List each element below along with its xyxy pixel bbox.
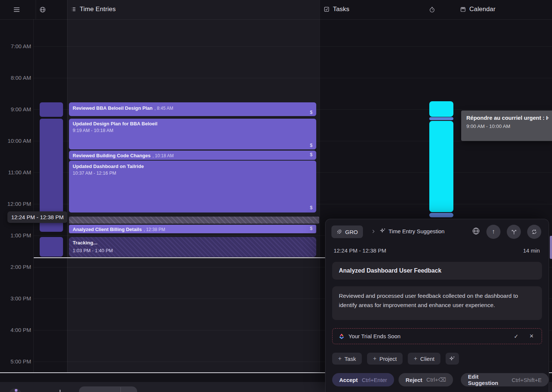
approve-suggestion-icon[interactable]: ✓ xyxy=(514,333,519,340)
hour-gridline xyxy=(33,46,552,47)
billable-icon: $ xyxy=(310,143,313,148)
suggestion-description-field[interactable]: Reviewed and processed user feedback col… xyxy=(332,286,542,320)
calendar-event-small[interactable] xyxy=(429,213,453,217)
reject-shortcut: Ctrl+⌫ xyxy=(426,376,446,383)
dismiss-suggestion-icon[interactable]: × xyxy=(529,332,533,340)
edit-suggestion-shortcut: Ctrl+Shift+E xyxy=(512,377,542,383)
suggestion-title-field[interactable]: Analyzed Dashboard User Feedback xyxy=(332,262,542,280)
calendar-event[interactable] xyxy=(429,101,453,117)
accept-button[interactable]: Accept Ctrl+Enter xyxy=(332,373,394,386)
entry-title: Analyzed Client Billing Details xyxy=(73,227,142,232)
time-entry-suggestion-panel: GRO Time Entry Suggestion ↑ 12:24 PM - 1… xyxy=(325,219,549,392)
current-time-indicator xyxy=(34,257,325,258)
time-entry[interactable]: Reviewed Building Code Changes, 10:18 AM… xyxy=(69,151,316,160)
suggestion-breadcrumb-title: Time Entry Suggestion xyxy=(389,228,444,234)
suggestion-duration: 14 min xyxy=(523,247,540,254)
suggestion-title-text: Analyzed Dashboard User Feedback xyxy=(339,267,442,274)
toolbar-tick xyxy=(60,390,60,392)
mini-time-block[interactable] xyxy=(40,102,63,117)
time-entry[interactable]: Updated Dashboard on Tailride 10:37 AM -… xyxy=(69,161,316,213)
split-branch-icon xyxy=(511,229,517,235)
entry-time: 9:19 AM - 10:18 AM xyxy=(73,128,313,133)
hour-label: 9:00 AM xyxy=(0,106,31,113)
time-entry[interactable]: Analyzed Client Billing Details, 12:38 P… xyxy=(69,225,316,233)
ai-sparkles-button[interactable] xyxy=(446,353,459,365)
split-entry-button[interactable] xyxy=(507,225,521,239)
time-entries-title: Time Entries xyxy=(80,6,116,13)
entry-title: Reviewed BBA Beloeil Design Plan xyxy=(73,105,153,111)
add-client-button[interactable]: + Client xyxy=(408,353,440,365)
chevron-right-icon xyxy=(371,228,376,235)
calendar-header: Calendar xyxy=(460,6,496,13)
tracking-entry[interactable]: Tracking... 1:03 PM - 1:40 PM xyxy=(69,237,316,257)
trial-banner-text: Your Trial Ends Soon xyxy=(348,333,400,339)
hour-gridline xyxy=(33,78,552,78)
reject-button[interactable]: Reject Ctrl+⌫ xyxy=(399,373,453,386)
edit-suggestion-button[interactable]: Edit Suggestion Ctrl+Shift+E xyxy=(461,373,549,386)
suggestion-time-range: 12:24 PM - 12:38 PM xyxy=(334,247,386,254)
globe-icon[interactable] xyxy=(472,227,480,235)
list-icon xyxy=(70,6,76,12)
accept-label: Accept xyxy=(339,377,358,383)
hour-label: 2:00 PM xyxy=(0,263,31,271)
plus-icon: + xyxy=(373,355,376,362)
mini-time-block[interactable] xyxy=(40,237,63,257)
clickup-icon xyxy=(338,333,345,340)
hour-label: 5:00 PM xyxy=(0,358,31,365)
edit-suggestion-label: Edit Suggestion xyxy=(468,373,508,386)
entry-time: 1:03 PM - 1:40 PM xyxy=(73,248,313,253)
up-arrow-icon: ↑ xyxy=(492,228,495,235)
time-entry[interactable]: Reviewed BBA Beloeil Design Plan, 8:45 A… xyxy=(69,102,316,116)
project-chip[interactable]: GRO xyxy=(331,225,363,238)
add-project-button[interactable]: + Project xyxy=(367,353,403,365)
add-task-button[interactable]: + Task xyxy=(332,353,362,365)
gutter-border xyxy=(33,19,34,373)
entry-time: , 10:18 AM xyxy=(152,153,173,158)
reject-label: Reject xyxy=(406,377,422,383)
accept-shortcut: Ctrl+Enter xyxy=(362,377,387,383)
hour-label: 12:00 PM xyxy=(0,200,31,208)
suggestion-placeholder-stripes[interactable] xyxy=(69,217,319,224)
calendar-event[interactable] xyxy=(429,121,453,212)
hour-label: 4:00 PM xyxy=(0,326,31,334)
move-up-button[interactable]: ↑ xyxy=(486,225,500,239)
time-range-tooltip: 12:24 PM - 12:38 PM xyxy=(7,211,67,223)
calendar-title: Calendar xyxy=(469,6,496,13)
tasks-title: Tasks xyxy=(333,6,349,13)
tracker-control-pill[interactable] xyxy=(79,386,137,392)
globe-icon[interactable] xyxy=(39,6,46,13)
clipped-entry-edge xyxy=(550,236,552,259)
suggestion-description-text: Reviewed and processed user feedback col… xyxy=(339,293,518,308)
time-entry[interactable]: Updated Design Plan for BBA Beloeil 9:19… xyxy=(69,119,316,149)
tasks-header: Tasks xyxy=(324,6,349,13)
hour-label: 1:00 PM xyxy=(0,232,31,239)
stopwatch-icon[interactable] xyxy=(429,6,435,13)
add-client-label: Client xyxy=(420,356,434,362)
add-task-label: Task xyxy=(344,356,356,362)
trial-banner[interactable]: Your Trial Ends Soon ✓ × xyxy=(332,328,542,344)
mini-column-border xyxy=(67,0,67,373)
plus-icon: + xyxy=(338,355,341,362)
calendar-event-time: 9:00 AM - 10:00 AM xyxy=(466,123,549,129)
entry-title: Updated Dashboard on Tailride xyxy=(73,164,313,169)
entry-time: , 12:38 PM xyxy=(143,227,165,232)
calendar-event-title: Répondre au courriel urgent : Hood A xyxy=(466,115,549,121)
calendar-icon xyxy=(460,6,466,12)
calendar-event-small[interactable] xyxy=(429,117,453,120)
time-entries-header: Time Entries xyxy=(70,6,116,13)
entry-time: , 8:45 AM xyxy=(155,106,173,111)
refresh-button[interactable] xyxy=(527,225,541,239)
billable-icon: $ xyxy=(310,226,313,231)
hour-label: 7:00 AM xyxy=(0,43,31,50)
sparkles-icon xyxy=(449,356,455,362)
header-border xyxy=(0,19,552,20)
header-divider xyxy=(36,0,36,19)
main-column-border xyxy=(320,0,320,373)
hamburger-menu-icon[interactable] xyxy=(13,6,21,13)
hour-label: 8:00 AM xyxy=(0,74,31,82)
calendar-event-tooltip: Répondre au courriel urgent : Hood A 9:0… xyxy=(461,111,552,141)
rocket-icon xyxy=(337,229,342,234)
sparkles-icon xyxy=(380,228,386,234)
entry-title: Tracking... xyxy=(73,240,313,246)
billable-icon: $ xyxy=(310,110,313,115)
